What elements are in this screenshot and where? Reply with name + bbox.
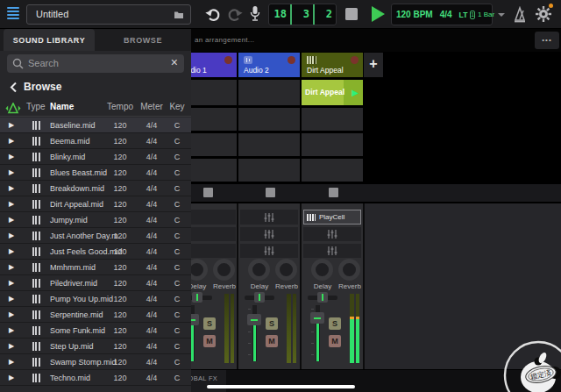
preview-play-icon[interactable]: ▶ <box>9 137 14 145</box>
empty-clip-slot[interactable] <box>302 159 363 182</box>
fader-handle[interactable] <box>247 314 261 325</box>
delay-knob[interactable] <box>311 259 333 281</box>
column-tempo[interactable]: Tempo <box>105 102 135 111</box>
device-slot[interactable] <box>191 210 236 225</box>
pan-handle[interactable] <box>192 292 202 303</box>
library-file-row[interactable]: ▶ Baseline.mid 120 4/4 C <box>0 118 191 133</box>
preview-play-icon[interactable]: ▶ <box>9 216 14 224</box>
empty-clip-slot[interactable] <box>191 133 237 156</box>
track-header-dirt-appeal[interactable]: Dirt Appeal <box>302 53 363 77</box>
delay-knob[interactable] <box>191 259 208 281</box>
preview-play-icon[interactable]: ▶ <box>9 153 14 160</box>
reverb-knob[interactable] <box>275 259 297 281</box>
empty-clip-slot[interactable] <box>238 159 300 182</box>
horizontal-scrollbar[interactable] <box>207 385 355 388</box>
preview-play-icon[interactable]: ▶ <box>9 310 14 318</box>
browse-back-row[interactable]: Browse <box>0 78 191 96</box>
library-file-row[interactable]: ▶ Serpentine.mid 120 4/4 C <box>0 307 191 323</box>
stop-clip-button[interactable] <box>329 188 338 197</box>
mute-button[interactable]: M <box>203 335 216 347</box>
library-file-row[interactable]: ▶ Swamp Stomp.mid 120 4/4 C <box>0 354 191 370</box>
device-slot[interactable] <box>191 244 236 258</box>
record-arm-icon[interactable] <box>224 56 232 64</box>
reverb-knob[interactable] <box>213 259 235 281</box>
device-slot[interactable] <box>240 210 298 225</box>
mute-button[interactable]: M <box>266 335 278 347</box>
library-file-row[interactable]: ▶ Piledriver.mid 120 4/4 C <box>0 275 191 291</box>
pan-handle[interactable] <box>317 292 328 303</box>
track-header-audio-2[interactable]: Audio 2 <box>238 53 300 77</box>
project-title-field[interactable]: Untitled <box>26 4 191 25</box>
empty-clip-slot[interactable] <box>238 133 300 156</box>
clip-play-icon[interactable]: ▶ <box>352 88 359 97</box>
redo-icon[interactable] <box>226 6 244 24</box>
fader-handle[interactable] <box>191 314 199 325</box>
library-file-row[interactable]: ▶ Techno.mid 120 4/4 C <box>0 370 191 386</box>
play-button[interactable] <box>372 6 385 22</box>
stop-clip-button[interactable] <box>266 188 275 197</box>
library-file-row[interactable]: ▶ Some Funk.mid 120 4/4 C <box>0 323 191 339</box>
clip-dirt-appeal[interactable]: Dirt Appeal ▶ <box>302 80 363 105</box>
library-file-row[interactable]: ▶ Step Up.mid 120 4/4 C <box>0 339 191 354</box>
empty-clip-slot[interactable] <box>191 159 237 182</box>
empty-clip-slot[interactable] <box>238 80 300 105</box>
library-file-row[interactable]: ▶ Jumpy.mid 120 4/4 C <box>0 212 191 228</box>
global-fx-tab[interactable]: GLOBAL FX <box>191 370 226 392</box>
playcell-device-slot[interactable]: PlayCell <box>303 210 361 225</box>
song-position-display[interactable]: 18 3 2 <box>268 4 337 25</box>
stop-button[interactable] <box>345 8 358 20</box>
undo-icon[interactable] <box>204 6 222 24</box>
device-slot[interactable] <box>303 244 361 258</box>
device-slot[interactable] <box>240 227 298 241</box>
library-file-row[interactable]: ▶ Just Feels Good.mid 120 4/4 C <box>0 244 191 260</box>
track-header-audio-1[interactable]: Audio 1 <box>191 53 237 77</box>
empty-clip-slot[interactable] <box>238 108 300 131</box>
reverb-knob[interactable] <box>338 259 360 281</box>
tab-sound-library[interactable]: SOUND LIBRARY <box>4 29 95 51</box>
library-file-row[interactable]: ▶ Beema.mid 120 4/4 C <box>0 133 191 149</box>
microphone-icon[interactable] <box>249 5 261 23</box>
settings-gear-icon[interactable] <box>535 5 552 23</box>
preview-play-icon[interactable]: ▶ <box>9 295 14 303</box>
search-input[interactable]: Search × <box>7 54 184 73</box>
preview-play-icon[interactable]: ▶ <box>9 121 14 129</box>
add-track-button[interactable]: + <box>364 53 383 77</box>
tempo-display[interactable]: 120 BPM 4/4 LT 1 1 Bar <box>391 4 493 25</box>
device-slot[interactable] <box>303 227 361 241</box>
solo-button[interactable]: S <box>329 317 341 330</box>
preview-play-icon[interactable]: ▶ <box>9 279 14 287</box>
library-file-row[interactable]: ▶ Mmhmm.mid 120 4/4 C <box>0 260 191 275</box>
column-name[interactable]: Name <box>50 102 74 111</box>
empty-clip-slot[interactable] <box>302 133 363 156</box>
tab-browse[interactable]: BROWSE <box>95 29 191 51</box>
library-file-row[interactable]: ▶ Blinky.mid 120 4/4 C <box>0 149 191 165</box>
clear-search-icon[interactable]: × <box>171 55 178 69</box>
device-slot[interactable] <box>191 227 236 241</box>
preview-play-icon[interactable]: ▶ <box>9 358 14 366</box>
library-file-row[interactable]: ▶ Just Another Day.m... 120 4/4 C <box>0 228 191 244</box>
library-file-row[interactable]: ▶ Blues Beast.mid 120 4/4 C <box>0 165 191 181</box>
stop-clip-button[interactable] <box>203 188 213 197</box>
empty-clip-slot[interactable] <box>191 80 237 105</box>
preview-play-icon[interactable]: ▶ <box>9 232 14 239</box>
solo-button[interactable]: S <box>266 317 278 330</box>
preview-play-icon[interactable]: ▶ <box>9 342 14 350</box>
delay-knob[interactable] <box>248 259 270 281</box>
column-type[interactable]: Type <box>26 102 46 111</box>
mute-button[interactable]: M <box>329 335 341 347</box>
arrangement-bar[interactable]: an arrangement... ••• <box>191 29 561 52</box>
fader-handle[interactable] <box>310 312 324 324</box>
device-slot[interactable] <box>240 244 298 258</box>
column-meter[interactable]: Meter <box>138 102 165 111</box>
record-arm-icon[interactable] <box>351 56 359 64</box>
preview-play-icon[interactable]: ▶ <box>9 374 14 381</box>
preview-play-icon[interactable]: ▶ <box>9 326 14 334</box>
preview-play-icon[interactable]: ▶ <box>9 247 14 255</box>
library-file-row[interactable]: ▶ Pump You Up.mid 120 4/4 C <box>0 291 191 307</box>
metronome-icon[interactable] <box>512 6 528 23</box>
record-arm-icon[interactable] <box>288 56 295 64</box>
solo-button[interactable]: S <box>203 317 216 330</box>
preview-play-icon[interactable]: ▶ <box>9 168 14 176</box>
empty-clip-slot[interactable] <box>191 108 237 131</box>
library-file-row[interactable]: ▶ Dirt Appeal.mid 120 4/4 C <box>0 196 191 212</box>
